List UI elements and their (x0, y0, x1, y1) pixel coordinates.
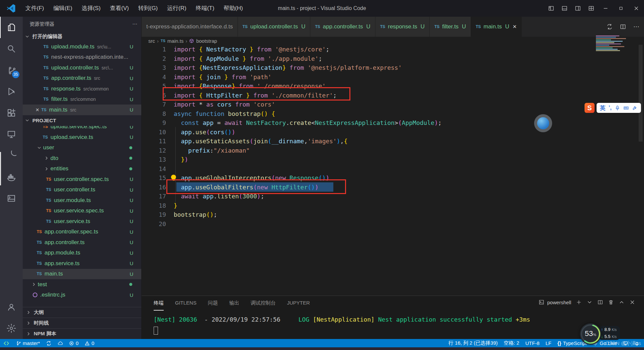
open-editor-upload.module.ts[interactable]: TSupload.module.tssrc\u...U (23, 41, 141, 52)
ime-keyboard-icon[interactable] (623, 105, 629, 111)
status-行 16, 列 2 (已选择39)[interactable]: 行 16, 列 2 (已选择39) (445, 339, 501, 347)
live-share-icon[interactable] (0, 145, 23, 166)
tree-item-user.service.ts[interactable]: TSuser.service.tsU (23, 216, 141, 227)
run-debug-icon[interactable] (0, 81, 23, 102)
tab-upload.controller.ts[interactable]: TSupload.controller.tsU (238, 17, 310, 37)
code-line-1[interactable]: 1import { NestFactory } from '@nestjs/co… (142, 45, 644, 54)
tree-item-user.controller.spec.ts[interactable]: TSuser.controller.spec.tsU (23, 174, 141, 185)
floating-assistive-ball[interactable] (534, 114, 552, 132)
explorer-icon[interactable] (0, 17, 23, 38)
open-editor-filter.ts[interactable]: TSfilter.tssrc\commonU (23, 94, 141, 105)
remote-explorer-icon[interactable] (0, 124, 23, 145)
search-icon[interactable] (0, 38, 23, 59)
status-sync[interactable] (43, 339, 54, 347)
close-icon[interactable]: ✕ (35, 107, 39, 113)
tree-item-app.module.ts[interactable]: TSapp.module.tsU (23, 248, 141, 258)
open-editor-main.ts[interactable]: ✕TSmain.tssrcU (23, 105, 141, 115)
ime-language-toggle[interactable]: 英 (600, 104, 606, 112)
tree-item-upload.service.ts[interactable]: TSupload.service.tsU (23, 132, 141, 143)
ime-toolbar[interactable]: S 英 ’, (585, 103, 641, 113)
code-line-19[interactable]: 19bootstrap(); (142, 210, 644, 219)
panel-icon[interactable] (0, 188, 23, 209)
section-大纲[interactable]: 大纲 (23, 307, 141, 318)
sidebar-more-icon[interactable]: ⋯ (132, 21, 137, 27)
tab-app.controller.ts[interactable]: TSapp.controller.tsU (310, 17, 375, 37)
status-0[interactable]: 0 (66, 339, 82, 347)
status-空格: 2[interactable]: 空格: 2 (501, 339, 522, 347)
tree-item-.eslintrc.js[interactable]: .eslintrc.jsU (23, 290, 141, 301)
extensions-icon[interactable] (0, 102, 23, 124)
tree-item-user.controller.ts[interactable]: TSuser.controller.tsU (23, 185, 141, 195)
open-editor-app.controller.ts[interactable]: TSapp.controller.tssrcU (23, 73, 141, 84)
menu-编辑(E)[interactable]: 编辑(E) (49, 2, 77, 14)
panel-tab-问题[interactable]: 问题 (208, 300, 218, 311)
more-actions-icon[interactable]: ⋯ (631, 21, 642, 32)
code-line-4[interactable]: 4import { join } from 'path' (142, 72, 644, 82)
toggle-secondary-sidebar-icon[interactable] (571, 3, 585, 14)
section-时间线[interactable]: 时间线 (23, 318, 141, 328)
tree-item-user[interactable]: user (23, 143, 141, 153)
tab-main.ts[interactable]: TSmain.tsU✕ (471, 17, 522, 37)
code-line-8[interactable]: 8async function bootstrap() { (142, 109, 644, 119)
code-line-20[interactable]: 20 (142, 219, 644, 229)
code-line-7[interactable]: 7import * as cors from 'cors' (142, 100, 644, 109)
open-editors-header[interactable]: 打开的编辑器 (23, 31, 141, 41)
ime-punctuation-icon[interactable]: ’, (609, 105, 612, 111)
status-UTF-8[interactable]: UTF-8 (522, 339, 543, 347)
remote-indicator-icon[interactable] (0, 340, 13, 346)
breadcrumb[interactable]: src › TS main.ts › bootstrap (142, 37, 644, 45)
tree-item-main.ts[interactable]: TSmain.tsU (23, 269, 141, 280)
minimize-button[interactable] (598, 0, 613, 17)
code-line-11[interactable]: 11 app.useStaticAssets(join(__dirname,'i… (142, 137, 644, 146)
tree-item-app.controller.ts[interactable]: TSapp.controller.tsU (23, 237, 141, 248)
tree-item-test[interactable]: test (23, 279, 141, 290)
tree-item-user.service.spec.ts[interactable]: TSuser.service.spec.tsU (23, 206, 141, 216)
new-terminal-icon[interactable] (576, 299, 582, 305)
panel-tab-JUPYTER[interactable]: JUPYTER (287, 300, 310, 311)
restore-button[interactable] (613, 0, 629, 17)
terminal-dropdown-icon[interactable] (587, 299, 593, 305)
sogou-logo-icon[interactable]: S (585, 103, 595, 113)
code-line-18[interactable]: 18} (142, 201, 644, 210)
code-line-9[interactable]: 9 const app = await NestFactory.create<N… (142, 118, 644, 128)
tab-t-express-application.interface.d.ts[interactable]: t-express-application.interface.d.ts (142, 17, 238, 37)
toggle-sidebar-icon[interactable] (544, 3, 558, 14)
ime-toolbox-icon[interactable] (632, 105, 638, 111)
code-editor[interactable]: 1import { NestFactory } from '@nestjs/co… (142, 45, 644, 296)
accounts-icon[interactable] (0, 296, 23, 318)
tree-item-app.controller.spec.ts[interactable]: TSapp.controller.spec.tsU (23, 227, 141, 237)
toggle-panel-icon[interactable] (558, 3, 571, 14)
code-line-10[interactable]: 10 app.use(cors()) (142, 128, 644, 137)
lightbulb-icon[interactable] (171, 175, 176, 180)
menu-终端(T)[interactable]: 终端(T) (191, 2, 219, 14)
code-line-14[interactable]: 14 (142, 164, 644, 174)
tree-item-upload.service.spec.ts[interactable]: TSupload.service.spec.tsU (23, 126, 141, 132)
open-editor-upload.controller.ts[interactable]: TSupload.controller.tssrc\...U (23, 62, 141, 73)
section-NPM 脚本[interactable]: NPM 脚本 (23, 328, 141, 339)
panel-tab-调试控制台[interactable]: 调试控制台 (251, 300, 276, 311)
code-line-13[interactable]: 13 }) (142, 155, 644, 164)
ime-mic-icon[interactable] (615, 105, 620, 111)
menu-运行(R)[interactable]: 运行(R) (162, 2, 191, 14)
menu-选择(S)[interactable]: 选择(S) (77, 2, 105, 14)
code-line-2[interactable]: 2import { AppModule } from './app.module… (142, 54, 644, 63)
split-editor-icon[interactable] (617, 21, 629, 32)
split-terminal-icon[interactable] (597, 299, 603, 305)
tree-item-entities[interactable]: entities (23, 164, 141, 174)
tree-item-app.service.ts[interactable]: TSapp.service.tsU (23, 258, 141, 269)
tab-filter.ts[interactable]: TSfilter.tsU (430, 17, 471, 37)
source-control-icon[interactable]: 35 (0, 59, 23, 81)
open-changes-icon[interactable] (604, 21, 615, 32)
open-editor-response.ts[interactable]: TSresponse.tssrc\commonU (23, 83, 141, 94)
status-master*[interactable]: master* (13, 339, 43, 347)
close-icon[interactable]: ✕ (513, 24, 517, 30)
project-header[interactable]: PROJECT (23, 115, 141, 126)
open-editor-nest-express-application.inte...[interactable]: TSnest-express-application.inte... (23, 52, 141, 63)
code-line-3[interactable]: 3import {NestExpressApplication} from '@… (142, 63, 644, 72)
close-panel-icon[interactable] (629, 299, 635, 305)
kill-terminal-icon[interactable] (608, 299, 614, 305)
network-speed-widget[interactable]: ↑ 8.9K/s ↓ 5.5K/s (599, 326, 620, 340)
performance-widget[interactable]: 53% (580, 323, 601, 345)
customize-layout-icon[interactable] (585, 3, 598, 14)
tree-item-user.module.ts[interactable]: TSuser.module.tsU (23, 195, 141, 206)
